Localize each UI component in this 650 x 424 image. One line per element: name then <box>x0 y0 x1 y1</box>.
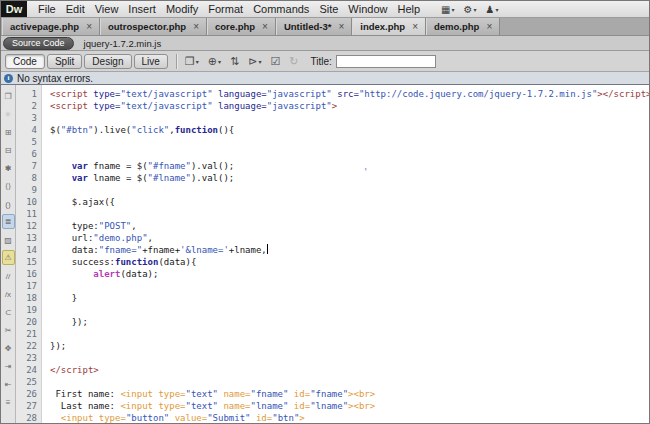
remove-comment-icon[interactable]: /x <box>2 285 15 303</box>
menu-file[interactable]: File <box>33 3 61 15</box>
preview-in-browser-icon[interactable]: ⊕▾ <box>208 55 221 68</box>
tab-core-php[interactable]: core.php× <box>207 18 276 35</box>
menubar: Dw FileEditViewInsertModifyFormatCommand… <box>1 1 649 18</box>
view-buttons: CodeSplitDesignLive <box>5 54 170 69</box>
code-segment-formtag: > <box>299 413 304 423</box>
apply-comment-icon[interactable]: // <box>2 267 15 285</box>
line-number: 19 <box>16 304 41 316</box>
menu-commands[interactable]: Commands <box>248 3 314 15</box>
line-number: 2 <box>16 100 41 112</box>
code-segment-plain: (data){ <box>158 257 196 267</box>
info-icon: i <box>4 74 13 83</box>
line-number: 22 <box>16 340 41 352</box>
line-number: 10 <box>16 196 41 208</box>
code-segment-val: "fname" <box>251 389 289 399</box>
code-segment-val: "Submit" <box>207 413 250 423</box>
w3c-validation-icon[interactable]: ⊳▾ <box>248 55 261 68</box>
tab-label: demo.php <box>434 21 479 32</box>
code-segment-str: "POST" <box>99 221 132 231</box>
user-account-icon[interactable]: ♟▾ <box>486 4 499 15</box>
code-segment-plain: (){ <box>218 125 234 135</box>
outdent-code-icon[interactable]: ⇤ <box>2 375 15 393</box>
check-browser-compatibility-icon[interactable]: ☑ <box>270 55 280 68</box>
highlight-invalid-code-icon[interactable]: ▨ <box>2 231 15 249</box>
syntax-info-bar: i No syntax errors. <box>1 72 649 85</box>
code-segment-kw: var <box>72 161 88 171</box>
line-number: 23 <box>16 352 41 364</box>
line-number: 26 <box>16 388 41 400</box>
code-segment-plain <box>50 173 72 183</box>
close-icon[interactable]: × <box>412 22 418 32</box>
open-documents-icon[interactable]: ❐ <box>2 87 15 105</box>
wrap-tag-icon[interactable]: ⊂ <box>2 303 15 321</box>
tab-demo-php[interactable]: demo.php× <box>426 18 500 35</box>
code-segment-formtag: type= <box>153 389 186 399</box>
file-management-icon[interactable]: ⇅ <box>230 55 239 68</box>
line-number: 9 <box>16 184 41 196</box>
code-segment-plain: , <box>131 221 136 231</box>
expand-all-icon[interactable]: ✱ <box>2 159 15 177</box>
menu-site[interactable]: Site <box>314 3 343 15</box>
menu-insert[interactable]: Insert <box>123 3 161 15</box>
design-view-button[interactable]: Design <box>84 54 131 69</box>
menu-format[interactable]: Format <box>203 3 248 15</box>
code-segment-plain: +fname+ <box>142 245 180 255</box>
close-icon[interactable]: × <box>193 22 199 32</box>
code-segment-plain: $( <box>50 125 61 135</box>
code-segment-val: "http://code.jquery.com/jquery-1.7.2.min… <box>359 89 597 99</box>
code-line: }); <box>50 340 649 352</box>
syntax-status-text: No syntax errors. <box>17 73 93 84</box>
code-segment-str: "#fname" <box>148 161 191 171</box>
code-view: ❐✳⊞⊟✱⟨⟩()≣▨⚠///x⊂✂✥⇥⇤≡ 12345678910111213… <box>1 85 649 424</box>
tab-index-php[interactable]: index.php× <box>352 18 426 35</box>
multiscreen-preview-icon[interactable]: ❐▾ <box>185 55 199 68</box>
gear-icon[interactable]: ⚙▾ <box>464 4 477 15</box>
source-code-button[interactable]: Source Code <box>3 37 74 50</box>
code-segment-val: "text" <box>185 401 218 411</box>
code-line <box>50 208 649 220</box>
code-segment-val: "text/javascript" <box>120 89 212 99</box>
title-input[interactable] <box>336 55 436 68</box>
collapse-selection-icon[interactable]: ⊟ <box>2 141 15 159</box>
live-view-button[interactable]: Live <box>134 54 168 69</box>
code-segment-str: "#btn" <box>61 125 94 135</box>
menu-modify[interactable]: Modify <box>161 3 203 15</box>
menu-edit[interactable]: Edit <box>61 3 90 15</box>
code-segment-formtag: name= <box>218 389 251 399</box>
code-line <box>50 328 649 340</box>
format-source-code-icon[interactable]: ≡ <box>2 393 15 411</box>
document-toolbar: CodeSplitDesignLive ❐▾⊕▾⇅⊳▾☑↻ Title: <box>1 51 649 72</box>
chevron-down-icon: ▾ <box>258 58 261 65</box>
balance-braces-icon[interactable]: () <box>2 195 15 213</box>
close-icon[interactable]: × <box>338 22 344 32</box>
chevron-down-icon: ▾ <box>496 6 499 13</box>
code-segment-formtag: type= <box>93 413 126 423</box>
code-segment-val: "text" <box>185 389 218 399</box>
syntax-error-alerts-icon[interactable]: ⚠ <box>2 250 15 265</box>
menu-window[interactable]: Window <box>343 3 392 15</box>
tab-activepage-php[interactable]: activepage.php× <box>2 18 100 35</box>
code-view-button[interactable]: Code <box>5 54 45 69</box>
indent-code-icon[interactable]: ⇥ <box>2 357 15 375</box>
related-file-jquery[interactable]: jquery-1.7.2.min.js <box>84 38 162 49</box>
close-icon[interactable]: × <box>262 22 268 32</box>
recent-snippets-icon[interactable]: ✂ <box>2 321 15 339</box>
line-numbers-icon[interactable]: ≣ <box>2 214 15 229</box>
menu-help[interactable]: Help <box>392 3 425 15</box>
line-number: 20 <box>16 316 41 328</box>
tab-outrospector-php[interactable]: outrospector.php× <box>100 18 207 35</box>
code-segment-formtag: id= <box>288 389 310 399</box>
code-line: <script type="text/javascript" language=… <box>50 100 649 112</box>
select-parent-tag-icon[interactable]: ⟨⟩ <box>2 177 15 195</box>
close-icon[interactable]: × <box>86 22 92 32</box>
tab-untitled-3-[interactable]: Untitled-3*× <box>276 18 352 35</box>
split-view-button[interactable]: Split <box>47 54 82 69</box>
menu-view[interactable]: View <box>90 3 124 15</box>
line-number: 24 <box>16 364 41 376</box>
workspace-switcher-icon[interactable]: ▦▾ <box>441 4 454 15</box>
close-icon[interactable]: × <box>486 22 492 32</box>
code-segment-str: "demo.php" <box>93 233 147 243</box>
collapse-full-tag-icon[interactable]: ⊞ <box>2 123 15 141</box>
move-convert-css-icon[interactable]: ✥ <box>2 339 15 357</box>
code-editor[interactable]: <script type="text/javascript" language=… <box>42 85 649 424</box>
